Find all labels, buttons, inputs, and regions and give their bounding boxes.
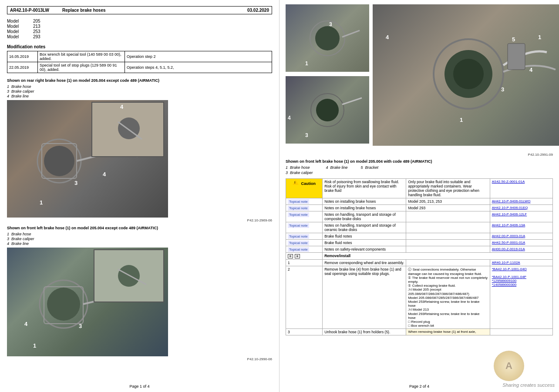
note2-line7: ​𝓜 Model 213 — [408, 308, 488, 312]
part-4: 4 Brake line — [326, 165, 348, 170]
legend2-item2: 3 Brake caliper — [7, 237, 272, 241]
remove-install-row: ⊕ ⊗ Remove/install — [286, 253, 553, 260]
parts-legend: 1 Brake hose 3 Brake caliper 4 Brake lin… — [286, 165, 553, 175]
mod-notes-title: Modification notes — [7, 44, 272, 49]
note2-line9: □ Record plug — [408, 320, 488, 324]
svg-text:4: 4 — [386, 34, 389, 40]
step-note-2: ⓘ Seal connections immediately. Otherwis… — [406, 266, 490, 329]
legend2-item1: 1 Brake hose — [7, 232, 272, 236]
topical-link-2[interactable]: AH42.10-P-9406-01EQ — [490, 205, 552, 211]
section1-title: Shown on rear right brake hose (1) on mo… — [7, 78, 272, 83]
sharing-text: Sharing creates success — [502, 382, 555, 388]
svg-text:4: 4 — [24, 321, 28, 327]
topical-row-2: Topical note Notes on installing brake h… — [286, 205, 553, 211]
step-link-2d[interactable]: *140589000300 — [492, 283, 551, 287]
mod-note-step-1: Operation step 2 — [125, 51, 272, 62]
topical-link-4[interactable]: AH42.10-P-9406-13A — [490, 222, 552, 233]
topical-desc-1: Notes on installing brake hoses — [323, 198, 406, 205]
part-5: 5 Bracket — [361, 165, 379, 170]
topical-badge-3: Topical note — [286, 211, 323, 222]
topical-link-1[interactable]: AH42.10-P-9406-01LWO — [490, 198, 552, 205]
data-table: Caution Risk of poisoning from swallowin… — [286, 178, 553, 335]
step-note-3: When removing brake hose (1) at front ax… — [406, 329, 490, 335]
topical-note-5: Topical note — [288, 234, 309, 239]
right-photo-label: P42.10-2991-09 — [286, 153, 553, 157]
mod-note-row-1: 16.05.2019 Box wrench bit special tool (… — [7, 51, 272, 62]
topical-desc-5: Brake fluid notes — [323, 233, 406, 240]
legend1-item1: 1 Brake hose — [7, 84, 272, 89]
svg-line-24 — [342, 30, 360, 37]
step-desc-1: Remove corresponding wheel and tire asse… — [323, 260, 406, 266]
topical-model-1: Model 205, 213, 253 — [406, 198, 490, 205]
topical-note-4: Topical note — [288, 223, 309, 228]
warning-triangle-icon — [293, 180, 299, 185]
topical-desc-2: Notes on installing brake hoses — [323, 205, 406, 211]
parts-col-right: 5 Bracket — [361, 165, 379, 175]
svg-text:1: 1 — [33, 342, 36, 349]
model-label-1: Model — [7, 19, 24, 23]
note2-line8: Model 293Retaining screw, brake line to … — [408, 312, 488, 320]
legend2-item3: 4 Brake line — [7, 241, 272, 246]
svg-text:3: 3 — [305, 132, 308, 138]
note2-line2: ① The brake fluid reservoir must not run… — [408, 276, 488, 284]
topical-desc-3: Notes on handling, transport and storage… — [323, 211, 406, 222]
right-page: 1 3 3 4 — [280, 0, 559, 392]
legend1-item2: 3 Brake caliper — [7, 89, 272, 94]
note2-line4: ​𝓜 Model 205 (except 205.086/087/286/287… — [408, 288, 488, 296]
section1-legend: 1 Brake hose 3 Brake caliper 4 Brake lin… — [7, 84, 272, 98]
topical-badge-5: Topical note — [286, 233, 323, 240]
model-value-3: 253 — [33, 29, 40, 34]
note2-line5: Model 205.086/087/285/287/386/387/486/48… — [408, 296, 488, 300]
topical-row-7: Topical note Notes on safety-relevant co… — [286, 246, 553, 253]
caution-label: Caution — [301, 181, 316, 186]
topical-link-6[interactable]: AH42.50-P-0001-01A — [490, 240, 552, 246]
topical-note-6: Topical note — [288, 241, 309, 245]
topical-link-5[interactable]: AH42.00-P-0003-01A — [490, 233, 552, 240]
svg-text:3: 3 — [79, 323, 82, 329]
topical-link-7[interactable]: AH00.00-Z-0019-01A — [490, 246, 552, 253]
model-label-2: Model — [7, 24, 24, 29]
doc-ref: AR42.10-P-0013LW — [10, 8, 49, 13]
step-num-2: 2 — [286, 266, 323, 329]
topical-model-7 — [406, 246, 490, 253]
model-row-4: Model 293 — [7, 34, 272, 39]
section2-title: Shown on front left brake hose (1) on mo… — [7, 226, 272, 230]
step-link-1[interactable]: AR40.10-P-1102A — [490, 260, 552, 266]
doc-title: Replace brake hoses — [49, 8, 247, 13]
model-label-4: Model — [7, 34, 24, 39]
svg-point-28 — [316, 99, 339, 121]
topical-desc-6: Brake fluid notes — [323, 240, 406, 246]
topical-badge-2: Topical note — [286, 205, 323, 211]
right-photo-large: 1 3 4 4 5 1 — [373, 4, 559, 146]
step-link-2: *BA42.10-P-1001-04O *BA42.10-P-1001-04P … — [490, 266, 552, 329]
mod-note-date-2: 22.05.2019 — [7, 62, 38, 73]
svg-text:3: 3 — [501, 86, 504, 93]
caution-link[interactable]: AS42.50-Z-0001-01A — [490, 179, 552, 198]
mod-note-step-2: Operation steps 4, 5.1, 5.2, — [125, 62, 272, 73]
step-row-3: 3 Unhook brake hose (1) from holders (5)… — [286, 329, 553, 335]
svg-line-29 — [342, 98, 362, 104]
topical-link-3[interactable]: AH42.10-P-9406-12LF — [490, 211, 552, 222]
mod-note-date-1: 16.05.2019 — [7, 51, 38, 62]
topical-model-2: Model 293 — [406, 205, 490, 211]
model-row-1: Model 205 — [7, 19, 272, 23]
model-list: Model 205 Model 213 Model 253 Model 293 — [7, 19, 272, 39]
note2-line6: Model 253Retaining screw, brake line to … — [408, 300, 488, 308]
step-num-3: 3 — [286, 329, 323, 335]
svg-point-13 — [47, 288, 80, 321]
step-link-2b[interactable]: *BA42.10-P-1001-04P — [492, 275, 551, 279]
model-label-3: Model — [7, 29, 24, 34]
svg-text:1: 1 — [460, 117, 463, 123]
svg-text:5: 5 — [512, 36, 515, 43]
step-link-2c[interactable]: *129589009100 — [492, 279, 551, 283]
svg-text:1: 1 — [40, 199, 43, 206]
topical-row-5: Topical note Brake fluid notes AH42.00-P… — [286, 233, 553, 240]
mod-note-tool-2: Special tool set of stop plugs (129 589 … — [38, 62, 125, 73]
topical-badge-4: Topical note — [286, 222, 323, 233]
mod-notes-table: 16.05.2019 Box wrench bit special tool (… — [7, 51, 272, 73]
photo2-main: 1 3 4 — [7, 248, 168, 356]
step-row-1: 1 Remove corresponding wheel and tire as… — [286, 260, 553, 266]
step-num-1: 1 — [286, 260, 323, 266]
step-link-2a[interactable]: *BA42.10-P-1001-04O — [492, 267, 551, 271]
note2-line1: ⓘ Seal connections immediately. Otherwis… — [408, 267, 488, 276]
